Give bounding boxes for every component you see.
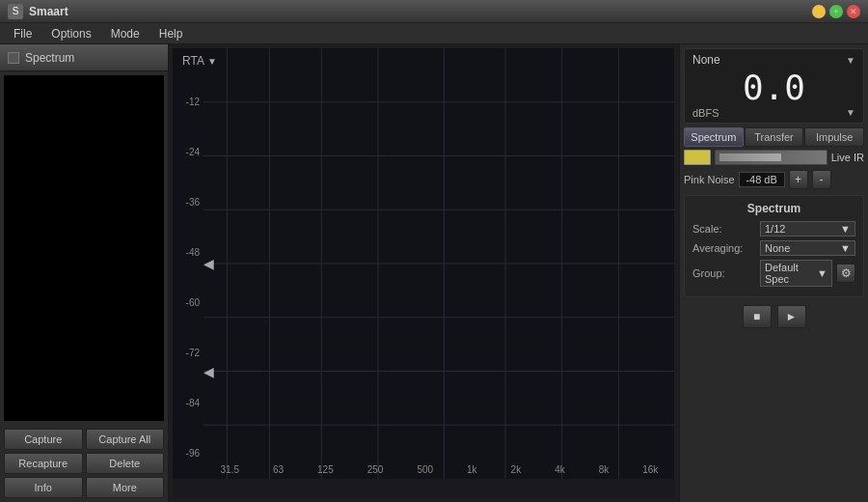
pink-noise-row: Pink Noise -48 dB + - — [684, 170, 864, 189]
group-select[interactable]: Default Spec ▼ — [760, 260, 832, 287]
scroll-left-bottom-icon[interactable]: ◀ — [203, 365, 214, 378]
app-icon: S — [8, 4, 23, 19]
rta-label: RTA ▼ — [182, 54, 217, 68]
dbfs-label: dBFS — [692, 107, 719, 119]
tab-impulse[interactable]: Impulse — [804, 127, 864, 147]
left-buttons: Capture Capture All Recapture Delete Inf… — [0, 425, 168, 502]
scale-dropdown-icon: ▼ — [840, 223, 851, 235]
minimize-button[interactable]: _ — [812, 5, 826, 18]
dbfs-dropdown-icon[interactable]: ▼ — [846, 107, 855, 118]
title-bar: S Smaart _ + ✕ — [0, 0, 868, 23]
y-label-0: -12 — [186, 98, 200, 107]
scale-label: Scale: — [692, 223, 760, 235]
left-panel: Spectrum Capture Capture All Recapture D… — [0, 44, 169, 502]
stop-button[interactable]: ■ — [743, 305, 772, 328]
gear-button[interactable]: ⚙ — [836, 264, 855, 283]
app-title: Smaart — [29, 5, 812, 18]
scroll-left-top-icon[interactable]: ◀ — [203, 257, 214, 270]
meter-section: None ▼ 0.0 dBFS ▼ — [684, 48, 864, 124]
spectrum-title: Spectrum — [25, 51, 74, 65]
spectrum-header: Spectrum — [0, 44, 168, 71]
live-ir-label: Live IR — [831, 152, 864, 163]
delete-button[interactable]: Delete — [86, 453, 165, 474]
chart-grid — [203, 48, 675, 479]
device-name: None — [692, 53, 720, 67]
y-label-5: -72 — [186, 349, 200, 358]
chart-area: -12 -24 -36 -48 -60 -72 -84 -96 — [173, 48, 675, 498]
capture-all-button[interactable]: Capture All — [86, 429, 165, 450]
menu-help[interactable]: Help — [149, 25, 193, 42]
menu-bar: File Options Mode Help — [0, 23, 868, 44]
menu-file[interactable]: File — [4, 25, 41, 42]
menu-options[interactable]: Options — [41, 25, 100, 42]
spectrum-settings-title: Spectrum — [692, 202, 855, 215]
averaging-select[interactable]: None ▼ — [760, 240, 855, 256]
header-square — [8, 52, 19, 64]
chart-inner: -12 -24 -36 -48 -60 -72 -84 -96 — [173, 48, 675, 479]
y-label-4: -60 — [186, 298, 200, 308]
rta-arrow-icon[interactable]: ▼ — [207, 56, 217, 67]
group-label: Group: — [692, 267, 760, 279]
x-label-6: 2k — [511, 464, 522, 475]
tab-spectrum[interactable]: Spectrum — [684, 127, 744, 147]
x-label-4: 500 — [417, 464, 433, 475]
pink-noise-minus-button[interactable]: - — [812, 170, 831, 189]
rta-text: RTA — [182, 54, 204, 68]
close-button[interactable]: ✕ — [847, 5, 860, 18]
x-label-7: 4k — [555, 464, 565, 475]
meter-dropdown: None ▼ — [692, 53, 855, 67]
scale-value: 1/12 — [765, 223, 785, 235]
y-label-2: -36 — [186, 198, 200, 208]
controls-row: Live IR — [684, 150, 864, 165]
center-panel: -12 -24 -36 -48 -60 -72 -84 -96 — [169, 44, 680, 502]
x-label-5: 1k — [467, 464, 477, 475]
dbfs-row: dBFS ▼ — [692, 107, 855, 119]
scale-select[interactable]: 1/12 ▼ — [760, 221, 855, 237]
x-label-0: 31.5 — [220, 464, 238, 475]
x-label-8: 8k — [599, 464, 610, 475]
recapture-button[interactable]: Recapture — [4, 453, 83, 474]
y-axis: -12 -24 -36 -48 -60 -72 -84 -96 — [173, 48, 203, 479]
maximize-button[interactable]: + — [829, 5, 843, 18]
main-layout: Spectrum Capture Capture All Recapture D… — [0, 44, 868, 502]
y-label-1: -24 — [186, 148, 200, 157]
averaging-dropdown-icon: ▼ — [840, 242, 851, 254]
pink-noise-plus-button[interactable]: + — [789, 170, 808, 189]
playback-row: ■ ► — [684, 305, 864, 328]
x-label-2: 125 — [317, 464, 334, 475]
x-axis: 31.5 63 125 250 500 1k 2k 4k 8k 16k — [203, 460, 675, 479]
color-swatch[interactable] — [684, 150, 711, 165]
y-label-6: -84 — [186, 399, 200, 408]
spectrum-settings: Spectrum Scale: 1/12 ▼ Averaging: None ▼… — [684, 195, 864, 297]
info-button[interactable]: Info — [4, 477, 83, 498]
x-label-1: 63 — [273, 464, 284, 475]
play-button[interactable]: ► — [777, 305, 806, 328]
y-label-3: -48 — [186, 248, 200, 258]
meter-value: 0.0 — [692, 69, 855, 107]
window-controls: _ + ✕ — [812, 5, 860, 18]
device-dropdown-icon[interactable]: ▼ — [846, 55, 855, 66]
group-dropdown-icon: ▼ — [817, 267, 827, 279]
pink-noise-value[interactable]: -48 dB — [739, 172, 785, 187]
capture-button[interactable]: Capture — [4, 429, 83, 450]
group-row: Group: Default Spec ▼ ⚙ — [692, 260, 855, 287]
averaging-row: Averaging: None ▼ — [692, 240, 855, 256]
pink-noise-label: Pink Noise — [684, 174, 735, 185]
averaging-label: Averaging: — [692, 242, 760, 254]
menu-mode[interactable]: Mode — [101, 25, 149, 42]
bar-indicator — [715, 150, 827, 165]
scale-row: Scale: 1/12 ▼ — [692, 221, 855, 237]
averaging-value: None — [765, 242, 790, 254]
tabs-row: Spectrum Transfer Impulse — [684, 127, 864, 147]
x-label-3: 250 — [367, 464, 384, 475]
spectrum-canvas — [4, 75, 164, 421]
y-label-7: -96 — [186, 449, 200, 459]
more-button[interactable]: More — [86, 477, 165, 498]
x-label-9: 16k — [642, 464, 658, 475]
right-panel: None ▼ 0.0 dBFS ▼ Spectrum Transfer Impu… — [680, 44, 868, 502]
tab-transfer[interactable]: Transfer — [745, 127, 804, 147]
group-value: Default Spec — [765, 262, 817, 285]
